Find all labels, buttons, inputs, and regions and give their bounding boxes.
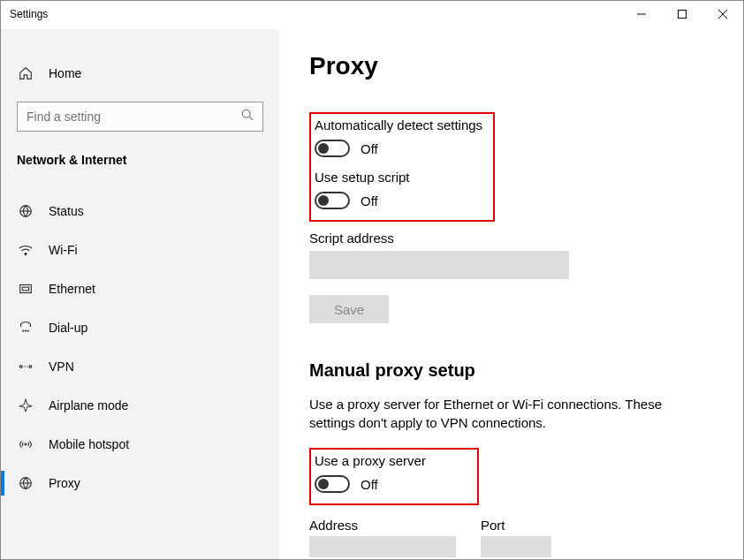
svg-point-13: [27, 330, 28, 331]
sidebar-item-status[interactable]: Status: [1, 192, 279, 231]
minimize-button[interactable]: [621, 1, 662, 27]
svg-point-15: [29, 366, 32, 368]
svg-point-17: [25, 443, 27, 445]
setup-script-state: Off: [361, 193, 378, 208]
sidebar-item-proxy[interactable]: Proxy: [1, 464, 279, 503]
highlight-manual-section: Use a proxy server Off: [309, 448, 479, 505]
auto-detect-label: Automatically detect settings: [315, 117, 484, 132]
sidebar-item-hotspot[interactable]: Mobile hotspot: [1, 425, 279, 464]
sidebar-item-dialup[interactable]: Dial-up: [1, 308, 279, 347]
address-input[interactable]: [309, 536, 456, 557]
svg-point-8: [25, 253, 27, 254]
sidebar-item-ethernet[interactable]: Ethernet: [1, 269, 279, 308]
hotspot-icon: [17, 436, 34, 452]
maximize-button[interactable]: [662, 1, 702, 27]
sidebar-item-vpn[interactable]: VPN: [1, 347, 279, 386]
vpn-icon: [17, 359, 34, 375]
main-content: Proxy Automatically detect settings Off …: [279, 29, 743, 559]
close-button[interactable]: [702, 1, 743, 27]
save-button[interactable]: Save: [309, 295, 389, 323]
sidebar-item-wifi[interactable]: Wi-Fi: [1, 231, 279, 269]
use-proxy-toggle[interactable]: [315, 475, 350, 493]
script-address-input[interactable]: [309, 251, 569, 279]
svg-point-14: [19, 366, 22, 368]
titlebar: Settings: [1, 1, 743, 29]
svg-rect-10: [22, 287, 28, 291]
setup-script-toggle[interactable]: [315, 192, 350, 209]
airplane-icon: [17, 397, 34, 413]
manual-section-desc: Use a proxy server for Ethernet or Wi-Fi…: [309, 395, 680, 432]
sidebar-item-label: Status: [49, 204, 84, 218]
sidebar-item-airplane[interactable]: Airplane mode: [1, 386, 279, 425]
search-icon: [241, 109, 254, 125]
ethernet-icon: [17, 281, 34, 297]
sidebar-item-label: Proxy: [49, 476, 80, 490]
search-input[interactable]: [17, 102, 263, 132]
proxy-icon: [17, 475, 34, 491]
home-label: Home: [49, 66, 81, 80]
sidebar-item-label: VPN: [49, 359, 74, 374]
wifi-icon: [17, 242, 34, 258]
port-input[interactable]: [481, 536, 551, 557]
auto-detect-state: Off: [361, 141, 378, 156]
sidebar-item-label: Dial-up: [49, 321, 87, 335]
sidebar-item-label: Ethernet: [49, 282, 95, 296]
home-icon: [17, 65, 34, 81]
page-title: Proxy: [309, 52, 708, 80]
search-field[interactable]: [27, 110, 241, 124]
status-icon: [17, 203, 34, 219]
svg-point-11: [23, 330, 24, 331]
sidebar-item-label: Airplane mode: [49, 398, 128, 412]
sidebar-item-label: Mobile hotspot: [49, 437, 129, 451]
manual-section-title: Manual proxy setup: [309, 360, 708, 381]
dialup-icon: [17, 320, 34, 336]
port-label: Port: [481, 518, 551, 533]
auto-detect-toggle[interactable]: [315, 140, 350, 157]
svg-point-12: [25, 330, 26, 331]
window-title: Settings: [10, 1, 48, 20]
svg-line-5: [249, 117, 253, 120]
svg-rect-9: [20, 285, 32, 293]
address-label: Address: [309, 518, 456, 533]
use-proxy-label: Use a proxy server: [315, 453, 468, 468]
sidebar: Home Network & Internet Status Wi-Fi Eth…: [1, 29, 279, 559]
sidebar-item-label: Wi-Fi: [49, 243, 78, 257]
script-address-label: Script address: [309, 231, 708, 246]
setup-script-label: Use setup script: [315, 170, 484, 185]
home-nav[interactable]: Home: [1, 56, 279, 91]
svg-rect-1: [679, 11, 687, 19]
category-header: Network & Internet: [1, 132, 279, 176]
highlight-auto-section: Automatically detect settings Off Use se…: [309, 112, 495, 222]
svg-point-4: [242, 110, 250, 117]
use-proxy-state: Off: [361, 477, 378, 492]
